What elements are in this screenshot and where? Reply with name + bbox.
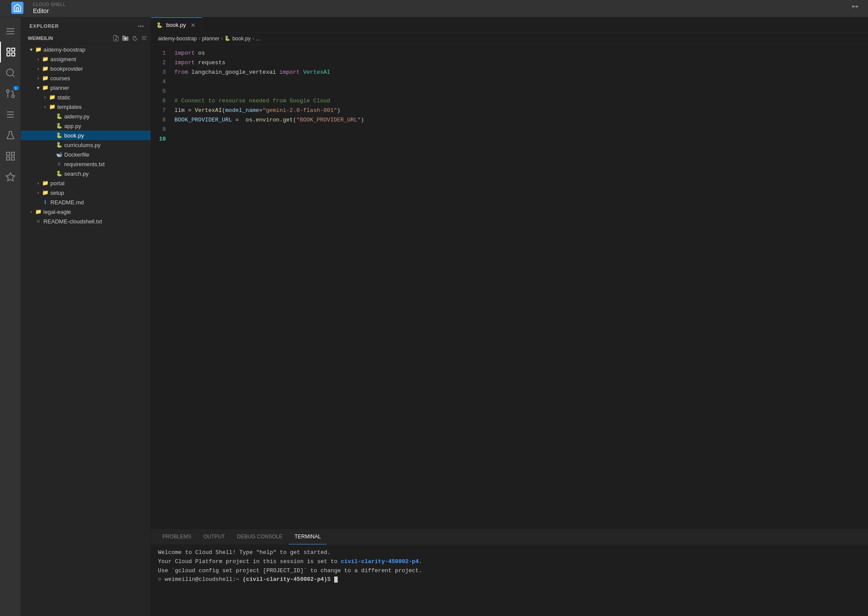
tab-problems[interactable]: PROBLEMS <box>156 529 197 544</box>
folder-portal-label: portal <box>50 180 65 187</box>
file-dockerfile-label: Dockerfile <box>64 151 89 158</box>
file-requirements-txt[interactable]: ≡ requirements.txt <box>21 159 151 169</box>
logo-area <box>7 0 28 18</box>
svg-rect-0 <box>852 6 855 7</box>
breadcrumb-planner[interactable]: planner <box>202 36 219 42</box>
header-right <box>849 3 861 15</box>
explorer-icon[interactable] <box>0 42 21 62</box>
chevron-down-icon: ▼ <box>35 84 42 91</box>
tab-output[interactable]: OUTPUT <box>197 529 231 544</box>
chevron-right-icon: › <box>35 180 42 187</box>
tab-book-py[interactable]: 🐍 book.py ✕ <box>151 17 202 33</box>
line-content: import os <box>173 50 868 56</box>
line-number: 9 <box>151 126 173 133</box>
sidebar: EXPLORER ••• WEIMEILIN <box>21 17 151 616</box>
star-icon[interactable] <box>0 167 21 187</box>
folder-templates[interactable]: › 📁 templates <box>21 102 151 111</box>
more-options-button[interactable]: ••• <box>137 22 145 30</box>
collapse-button[interactable] <box>140 34 149 43</box>
main-area: 🐍 book.py ✕ aidemy-boostrap › planner › … <box>151 17 868 616</box>
new-file-button[interactable] <box>112 34 120 43</box>
folder-legal-eagle-label: legal-eagle <box>43 209 71 215</box>
file-aidemy-py-label: aidemy.py <box>64 113 89 120</box>
terminal-content[interactable]: Welcome to Cloud Shell! Type "help" to g… <box>151 545 868 616</box>
svg-line-10 <box>12 75 14 77</box>
tab-close-button[interactable]: ✕ <box>190 22 197 29</box>
chevron-right-icon: › <box>35 75 42 82</box>
file-app-py[interactable]: 🐍 app.py <box>21 121 151 131</box>
extensions-icon[interactable] <box>0 104 21 125</box>
line-number: 6 <box>151 98 173 104</box>
code-line-8: 8 BOOK_PROVIDER_URL = os.environ.get("BO… <box>151 115 868 125</box>
chevron-right-icon: › <box>42 103 49 110</box>
terminal-line-4: ○ weimeilin@cloudshell:~ (civil-clarity-… <box>158 575 861 584</box>
folder-courses[interactable]: › 📁 courses <box>21 73 151 83</box>
explorer-toolbar: WEIMEILIN <box>21 33 151 44</box>
breadcrumb-file[interactable]: book.py <box>232 36 250 42</box>
file-search-py[interactable]: 🐍 search.py <box>21 169 151 178</box>
file-book-py[interactable]: 🐍 book.py <box>21 131 151 140</box>
code-content[interactable]: 1 import os 2 import requests 3 from lan… <box>151 45 868 529</box>
panel-tabs: PROBLEMS OUTPUT DEBUG CONSOLE TERMINAL <box>151 530 868 545</box>
file-dockerfile[interactable]: 🐋 Dockerfile <box>21 150 151 159</box>
menu-icon[interactable] <box>0 21 21 42</box>
sidebar-header: EXPLORER ••• <box>21 17 151 33</box>
file-readme-cloudshell-label: README-cloudshell.txt <box>43 218 102 225</box>
chevron-down-icon: ▼ <box>28 46 35 53</box>
folder-icon: 📁 <box>42 65 49 72</box>
refresh-button[interactable] <box>131 34 139 43</box>
breadcrumb-more[interactable]: ... <box>256 36 260 42</box>
svg-point-9 <box>7 69 13 76</box>
line-number: 7 <box>151 107 173 114</box>
bottom-panel: PROBLEMS OUTPUT DEBUG CONSOLE TERMINAL W… <box>151 529 868 616</box>
folder-bookprovider[interactable]: › 📁 bookprovider <box>21 64 151 73</box>
folder-icon: 📁 <box>49 94 56 101</box>
file-aidemy-py[interactable]: 🐍 aidemy.py <box>21 111 151 121</box>
search-icon[interactable] <box>0 62 21 83</box>
code-line-3: 3 from langchain_google_vertexai import … <box>151 67 868 77</box>
file-readme-md[interactable]: ℹ README.md <box>21 197 151 207</box>
cloud-shell-name: Editor <box>33 7 66 15</box>
folder-static[interactable]: › 📁 static <box>21 92 151 102</box>
cloud-shell-logo <box>11 2 23 14</box>
code-line-7: 7 llm = VertexAI(model_name="gemini-2.0-… <box>151 105 868 115</box>
folder-aidemy-bootstrap[interactable]: ▼ 📁 aidemy-boostrap <box>21 45 151 54</box>
folder-static-label: static <box>57 94 70 101</box>
sidebar-header-title: EXPLORER <box>30 23 59 29</box>
svg-rect-7 <box>7 53 10 56</box>
folder-icon: 📁 <box>42 75 49 82</box>
txt-file-icon: ≡ <box>56 161 62 167</box>
source-control-icon[interactable]: 1 <box>0 83 21 104</box>
chevron-right-icon: › <box>28 208 35 215</box>
python-file-icon: 🐍 <box>56 122 62 129</box>
breadcrumb-root[interactable]: aidemy-boostrap <box>158 36 197 42</box>
file-readme-cloudshell[interactable]: ≡ README-cloudshell.txt <box>21 216 151 226</box>
folder-planner[interactable]: ▼ 📁 planner <box>21 83 151 92</box>
sidebar-header-actions: ••• <box>137 22 145 30</box>
folder-assigment[interactable]: › 📁 assigment <box>21 54 151 64</box>
folder-bookprovider-label: bookprovider <box>50 66 83 72</box>
docker-file-icon: 🐋 <box>56 151 62 158</box>
svg-rect-8 <box>12 53 15 56</box>
new-folder-button[interactable] <box>121 34 130 43</box>
tab-debug-console[interactable]: DEBUG CONSOLE <box>231 529 289 544</box>
line-number: 1 <box>151 50 173 56</box>
tab-terminal[interactable]: TERMINAL <box>289 529 327 544</box>
puzzle-icon[interactable] <box>0 146 21 167</box>
line-number: 8 <box>151 117 173 123</box>
breadcrumb-file-icon: 🐍 <box>224 36 230 41</box>
folder-icon: 📁 <box>42 84 49 91</box>
line-number: 5 <box>151 88 173 95</box>
flask-icon[interactable] <box>0 125 21 146</box>
info-icon: ℹ <box>42 199 49 206</box>
file-tree: ▼ 📁 aidemy-boostrap › 📁 assigment › 📁 b <box>21 44 151 616</box>
line-number: 4 <box>151 79 173 85</box>
code-line-10: 10 <box>151 134 868 144</box>
resize-icon[interactable] <box>849 3 861 15</box>
folder-portal[interactable]: › 📁 portal <box>21 178 151 188</box>
file-curriculums-py[interactable]: 🐍 curriculums.py <box>21 140 151 150</box>
folder-assigment-label: assigment <box>50 56 76 62</box>
cloud-shell-title: CLOUD SHELL Editor <box>33 2 66 15</box>
folder-legal-eagle[interactable]: › 📁 legal-eagle <box>21 207 151 216</box>
folder-setup[interactable]: › 📁 setup <box>21 188 151 197</box>
